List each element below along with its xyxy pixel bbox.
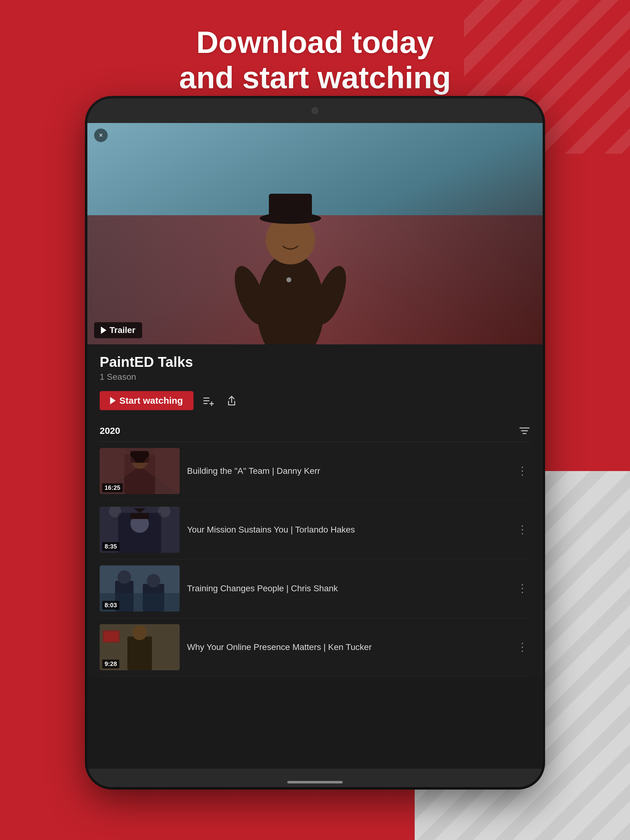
year-label: 2020 [100,426,120,436]
episode-thumbnail: 8:35 [100,507,180,553]
svg-rect-9 [203,398,209,398]
svg-rect-26 [130,513,149,519]
tablet-top-bar [87,98,543,123]
header-title: Download today and start watching [0,25,630,95]
svg-rect-10 [203,400,209,401]
tablet-bottom-bar [87,769,543,787]
show-details: PaintED Talks 1 Season Start watching [87,344,543,677]
header-title-line1: Download today [196,25,434,59]
tablet-screen: × Trailer PaintED Talks 1 Season Start w… [87,123,543,769]
action-row: Start watching [100,391,530,410]
video-close-button[interactable]: × [94,128,108,142]
show-title: PaintED Talks [100,354,530,370]
episode-duration: 8:35 [102,542,119,551]
trailer-button[interactable]: Trailer [94,322,142,338]
episode-menu-button[interactable]: ⋮ [514,523,530,536]
episode-title: Building the "A" Team | Danny Kerr [187,465,507,477]
video-bg [87,123,543,344]
show-seasons: 1 Season [100,372,530,382]
episode-thumbnail: 8:03 [100,565,180,611]
episode-title: Your Mission Sustains You | Torlando Hak… [187,524,507,535]
svg-rect-5 [269,194,312,220]
episode-list: 16:25 Building the "A" Team | Danny Kerr… [100,442,530,677]
svg-rect-11 [203,403,207,404]
header-section: Download today and start watching [0,25,630,95]
filter-icon[interactable] [519,425,530,437]
svg-point-35 [147,574,160,587]
svg-rect-39 [127,636,152,670]
episode-item[interactable]: 8:35 Your Mission Sustains You | Torland… [100,501,530,559]
episode-duration: 9:28 [102,660,119,668]
episode-duration: 16:25 [102,483,123,492]
episode-item[interactable]: 8:03 Training Changes People | Chris Sha… [100,559,530,618]
episode-thumbnail: 9:28 [100,624,180,670]
svg-point-33 [117,570,131,584]
add-to-list-button[interactable] [199,392,217,409]
share-icon [225,395,238,407]
episodes-header: 2020 [100,421,530,442]
episode-title: Why Your Online Presence Matters | Ken T… [187,641,507,653]
video-player: × Trailer [87,123,543,344]
episode-menu-button[interactable]: ⋮ [514,464,530,477]
svg-rect-42 [104,632,119,641]
svg-point-40 [132,625,147,640]
header-title-line2: and start watching [179,60,451,95]
trailer-label: Trailer [109,325,135,335]
start-watching-button[interactable]: Start watching [100,391,193,410]
episode-menu-button[interactable]: ⋮ [514,641,530,654]
episode-item[interactable]: 9:28 Why Your Online Presence Matters | … [100,618,530,677]
play-icon-start [110,397,116,404]
episode-item[interactable]: 16:25 Building the "A" Team | Danny Kerr… [100,442,530,501]
svg-point-8 [287,277,291,282]
episode-title: Training Changes People | Chris Shank [187,583,507,594]
tablet-frame: × Trailer PaintED Talks 1 Season Start w… [87,98,543,787]
close-icon: × [99,131,103,139]
play-icon [101,327,106,334]
tablet-camera [312,107,318,114]
add-to-list-icon [202,395,214,407]
share-button[interactable] [223,392,240,409]
start-watching-label: Start watching [119,395,183,406]
episode-duration: 8:03 [102,601,119,610]
episode-menu-button[interactable]: ⋮ [514,582,530,595]
episode-thumbnail: 16:25 [100,448,180,494]
tablet-home-indicator [287,781,343,783]
